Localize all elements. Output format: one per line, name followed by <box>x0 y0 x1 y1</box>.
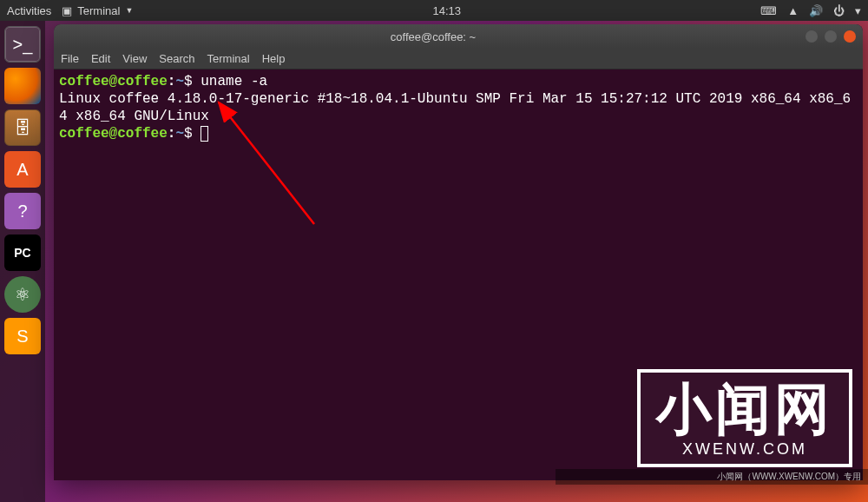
chevron-down-icon: ▼ <box>125 6 133 15</box>
menu-terminal[interactable]: Terminal <box>207 52 250 65</box>
menu-help[interactable]: Help <box>262 52 286 65</box>
keyboard-icon[interactable]: ⌨ <box>760 4 777 17</box>
menu-search[interactable]: Search <box>159 52 194 65</box>
command-text: uname -a <box>201 74 267 89</box>
prompt-user: coffee@coffee <box>59 74 168 89</box>
cursor <box>201 126 208 142</box>
prompt-sep: : <box>168 74 176 89</box>
sublime-icon: S <box>16 327 28 347</box>
app-indicator[interactable]: ▣ Terminal ▼ <box>62 4 133 17</box>
prompt-symbol: $ <box>184 74 193 89</box>
terminal-body[interactable]: coffee@coffee:~$ uname -a Linux coffee 4… <box>54 69 863 480</box>
atom-icon: ⚛ <box>15 284 30 305</box>
volume-icon[interactable]: 🔊 <box>809 4 823 17</box>
status-dropdown-icon[interactable]: ▾ <box>855 4 861 17</box>
dock-item-help[interactable]: ? <box>4 193 41 229</box>
clock[interactable]: 14:13 <box>143 4 750 17</box>
window-controls <box>806 30 856 43</box>
prompt-path-2: ~ <box>175 126 184 142</box>
prompt-symbol-2: $ <box>184 126 193 142</box>
dock-item-firefox[interactable] <box>4 68 41 104</box>
dock-item-pycharm[interactable]: PC <box>4 234 41 271</box>
command-output: Linux coffee 4.18.0-17-generic #18~18.04… <box>59 91 851 124</box>
menu-view[interactable]: View <box>122 52 147 65</box>
help-icon: ? <box>17 201 27 221</box>
minimize-button[interactable] <box>806 30 818 43</box>
power-icon[interactable]: ⏻ <box>833 4 845 17</box>
titlebar[interactable]: coffee@coffee: ~ <box>54 24 863 49</box>
terminal-icon: >_ <box>13 35 33 55</box>
gnome-top-bar: Activities ▣ Terminal ▼ 14:13 ⌨ ▲ 🔊 ⏻ ▾ <box>0 0 868 21</box>
activities-button[interactable]: Activities <box>7 4 51 17</box>
window-title: coffee@coffee: ~ <box>61 30 806 43</box>
dock-item-software[interactable]: A <box>4 151 41 188</box>
prompt-sep-2: : <box>168 126 176 142</box>
close-button[interactable] <box>844 30 856 43</box>
menu-file[interactable]: File <box>61 52 79 65</box>
prompt-user-2: coffee@coffee <box>59 126 168 142</box>
terminal-window: coffee@coffee: ~ File Edit View Search T… <box>54 24 863 480</box>
dock-item-sublime[interactable]: S <box>4 318 41 354</box>
files-icon: 🗄 <box>14 118 31 138</box>
terminal-indicator-icon: ▣ <box>62 4 72 17</box>
network-icon[interactable]: ▲ <box>787 4 799 17</box>
maximize-button[interactable] <box>825 30 837 43</box>
dock-item-terminal[interactable]: >_ <box>4 26 41 63</box>
dock: >_ 🗄 A ? PC ⚛ S <box>0 21 45 502</box>
pycharm-icon: PC <box>14 246 30 260</box>
menu-edit[interactable]: Edit <box>91 52 110 65</box>
dock-item-files[interactable]: 🗄 <box>4 109 41 146</box>
software-icon: A <box>16 160 28 180</box>
menubar: File Edit View Search Terminal Help <box>54 49 863 69</box>
dock-item-atom[interactable]: ⚛ <box>4 276 41 313</box>
prompt-path: ~ <box>175 74 184 89</box>
app-indicator-label: Terminal <box>77 4 120 17</box>
